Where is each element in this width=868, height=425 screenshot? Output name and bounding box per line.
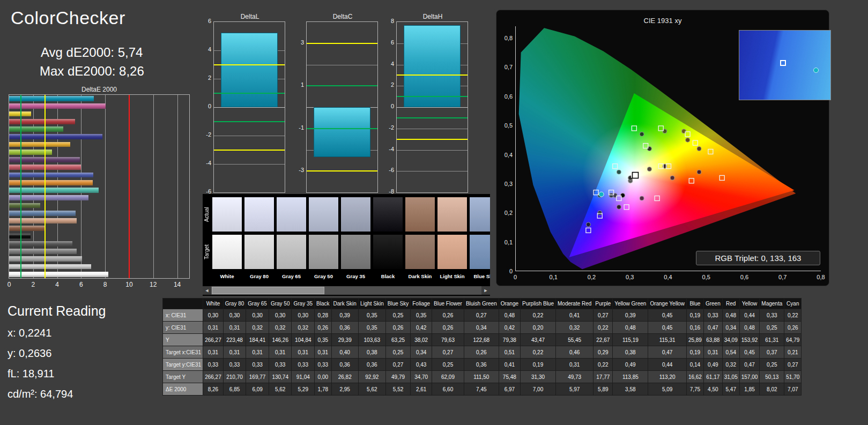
value-cell: 0,35 bbox=[358, 322, 385, 334]
column-header: Blue Flower bbox=[432, 299, 464, 309]
patch-actual bbox=[470, 197, 490, 232]
value-cell: 113,20 bbox=[648, 371, 687, 383]
table-row: ΔE 20008,266,856,095,625,291,782,955,625… bbox=[163, 383, 802, 396]
column-header: White bbox=[203, 299, 224, 309]
value-cell: 0,31 bbox=[315, 346, 331, 359]
value-cell: 7,00 bbox=[521, 383, 556, 396]
column-header: Green bbox=[703, 299, 722, 309]
scroll-right-button[interactable]: ► bbox=[481, 286, 490, 295]
patch-actual bbox=[405, 197, 435, 232]
value-cell: 5,97 bbox=[555, 383, 593, 396]
value-cell: 0,48 bbox=[722, 309, 739, 322]
value-cell: 0,48 bbox=[739, 322, 760, 334]
column-header: Black bbox=[315, 299, 331, 309]
value-cell: 17,77 bbox=[593, 371, 613, 383]
value-cell: 0,34 bbox=[722, 322, 739, 334]
column-header: Orange Yellow bbox=[648, 299, 687, 309]
reference-line bbox=[214, 93, 285, 94]
inset-measured-marker bbox=[813, 68, 819, 73]
value-cell: 0,27 bbox=[432, 346, 464, 359]
patch-actual bbox=[212, 197, 242, 232]
patch-name-label: Gray 50 bbox=[308, 273, 339, 279]
reference-line bbox=[307, 85, 377, 86]
value-cell: 0,35 bbox=[411, 309, 432, 322]
value-cell: 63,25 bbox=[385, 334, 410, 346]
value-cell: 0,33 bbox=[760, 309, 784, 322]
axis-tick-label: 0,2 bbox=[498, 210, 513, 216]
reference-line bbox=[307, 128, 377, 129]
value-cell: 0,41 bbox=[555, 309, 593, 322]
value-cell: 223,48 bbox=[223, 334, 246, 346]
current-reading-title: Current Reading bbox=[8, 303, 106, 319]
value-cell: 2,61 bbox=[411, 383, 432, 396]
value-cell: 0,26 bbox=[315, 322, 331, 334]
value-cell: 22,67 bbox=[593, 334, 613, 346]
value-cell: 6,09 bbox=[246, 383, 269, 396]
value-cell: 16,62 bbox=[686, 371, 703, 383]
axis-tick-label: 6 bbox=[208, 18, 211, 24]
deltah-chart-title: DeltaH bbox=[396, 13, 469, 20]
patch-actual bbox=[277, 197, 306, 232]
scroll-left-button[interactable]: ◄ bbox=[203, 286, 211, 295]
table-row: Target y:CIE310,330,330,330,330,330,330,… bbox=[163, 359, 802, 371]
grid-line bbox=[214, 164, 285, 165]
value-cell: 0,30 bbox=[203, 309, 224, 322]
value-cell: 7,75 bbox=[686, 383, 703, 396]
value-cell: 0,41 bbox=[499, 359, 520, 371]
deltac-y-axis: 31-1-3 bbox=[286, 21, 304, 193]
value-cell: 0,19 bbox=[686, 309, 703, 322]
value-cell: 0,33 bbox=[223, 359, 246, 371]
value-cell: 5,52 bbox=[385, 383, 410, 396]
value-cell: 0,27 bbox=[464, 309, 499, 322]
current-reading-y: y: 0,2636 bbox=[8, 347, 51, 360]
axis-tick-label: 8 bbox=[103, 281, 107, 288]
axis-tick-label: 2 bbox=[208, 74, 211, 81]
patch-strip-scrollbar[interactable]: ◄ ► bbox=[203, 286, 490, 295]
deltae2000-x-axis: 02468101214 bbox=[0, 281, 214, 289]
value-cell: 75,48 bbox=[499, 371, 520, 383]
value-cell: 91,04 bbox=[292, 371, 315, 383]
axis-tick-label: -2 bbox=[206, 131, 211, 138]
value-cell: 43,47 bbox=[521, 334, 556, 346]
value-cell: 49,79 bbox=[385, 371, 410, 383]
value-cell: 0,45 bbox=[648, 309, 687, 322]
value-cell: 79,63 bbox=[432, 334, 464, 346]
value-cell: 0,22 bbox=[593, 359, 613, 371]
value-cell: 5,09 bbox=[648, 383, 687, 396]
value-cell: 0,27 bbox=[784, 359, 802, 371]
column-header: Gray 50 bbox=[269, 299, 292, 309]
grid-line bbox=[397, 107, 468, 108]
table-row: Target Y266,27210,70169,77130,7491,040,0… bbox=[163, 371, 802, 383]
deltae-bar bbox=[9, 173, 93, 178]
value-cell: 184,41 bbox=[246, 334, 269, 346]
value-cell: 0,35 bbox=[315, 334, 331, 346]
avg-de2000-readout: Avg dE2000: 5,74 bbox=[41, 45, 143, 60]
patch-actual bbox=[341, 197, 370, 232]
grid-line bbox=[214, 136, 285, 136]
value-cell: 7,45 bbox=[464, 383, 499, 396]
value-cell: 31,05 bbox=[722, 371, 739, 383]
inset-target-marker bbox=[780, 60, 786, 66]
value-cell: 0,25 bbox=[760, 322, 784, 334]
deltae-bar bbox=[9, 134, 102, 139]
value-cell: 0,29 bbox=[593, 346, 613, 359]
grid-line bbox=[214, 107, 285, 108]
deltal-chart-title: DeltaL bbox=[213, 13, 286, 20]
value-cell: 0,36 bbox=[358, 359, 385, 371]
patch-target bbox=[309, 235, 338, 269]
table-corner-cell bbox=[163, 299, 203, 309]
deltac-chart-title: DeltaC bbox=[306, 13, 379, 20]
reference-line bbox=[397, 74, 468, 76]
patch-target bbox=[212, 235, 242, 269]
axis-tick-label: -1 bbox=[299, 124, 304, 131]
value-cell: 0,48 bbox=[613, 322, 648, 334]
value-cell: 38,02 bbox=[411, 334, 432, 346]
delta-bar bbox=[314, 107, 370, 157]
value-cell: 0,34 bbox=[411, 346, 432, 359]
value-cell: 0,32 bbox=[269, 322, 292, 334]
axis-tick-label: 0,5 bbox=[498, 122, 513, 129]
scrollbar-thumb[interactable] bbox=[212, 287, 324, 294]
patch-strip: Actual Target ◄ ► WhiteGray 80Gray 65Gra… bbox=[203, 194, 490, 296]
column-header: Bluish Green bbox=[464, 299, 499, 309]
table-row: Target x:CIE310,310,310,310,310,310,310,… bbox=[163, 346, 802, 359]
